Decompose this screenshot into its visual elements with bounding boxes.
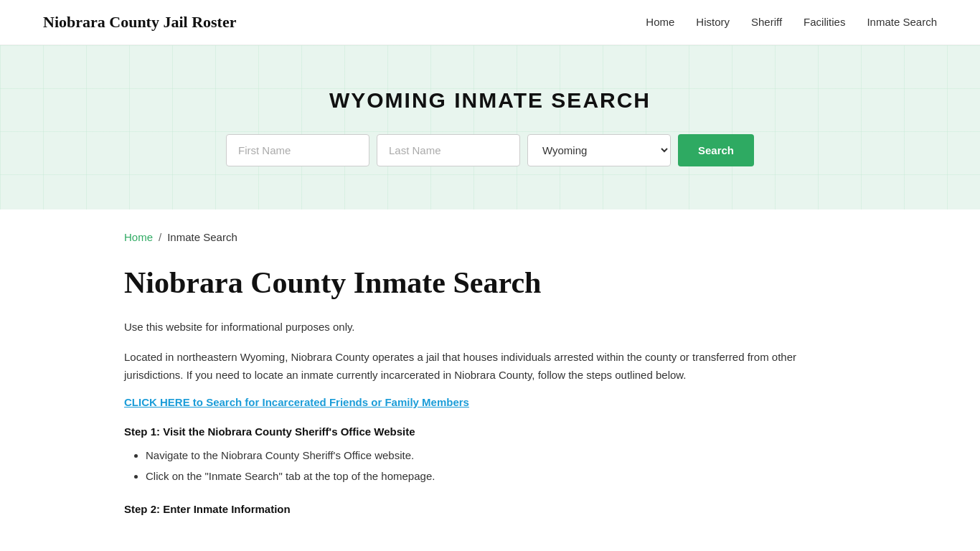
breadcrumb-current: Inmate Search (167, 231, 237, 243)
main-nav: Home History Sheriff Facilities Inmate S… (646, 16, 937, 29)
main-content: Home / Inmate Search Niobrara County Inm… (81, 209, 899, 551)
nav-item-sheriff[interactable]: Sheriff (751, 16, 782, 29)
step1-item-1: Navigate to the Niobrara County Sheriff'… (146, 446, 856, 465)
cta-link[interactable]: CLICK HERE to Search for Incarcerated Fr… (124, 396, 856, 408)
breadcrumb-home-link[interactable]: Home (124, 231, 153, 243)
site-header: Niobrara County Jail Roster Home History… (0, 0, 980, 45)
first-name-input[interactable] (226, 134, 369, 166)
nav-list: Home History Sheriff Facilities Inmate S… (646, 16, 937, 29)
nav-item-inmate-search[interactable]: Inmate Search (867, 16, 937, 29)
nav-link-home[interactable]: Home (646, 16, 674, 28)
state-select[interactable]: WyomingAlabamaAlaskaArizonaArkansasCalif… (527, 134, 671, 166)
step1-heading: Step 1: Visit the Niobrara County Sherif… (124, 425, 856, 438)
breadcrumb-separator: / (159, 231, 161, 243)
nav-item-home[interactable]: Home (646, 16, 674, 29)
page-title: Niobrara County Inmate Search (124, 265, 856, 301)
step1-item-2: Click on the "Inmate Search" tab at the … (146, 467, 856, 486)
nav-link-history[interactable]: History (696, 16, 730, 28)
hero-title: WYOMING INMATE SEARCH (14, 88, 966, 113)
nav-item-history[interactable]: History (696, 16, 730, 29)
search-form: WyomingAlabamaAlaskaArizonaArkansasCalif… (14, 134, 966, 166)
nav-link-sheriff[interactable]: Sheriff (751, 16, 782, 28)
nav-link-facilities[interactable]: Facilities (804, 16, 845, 28)
step2-heading: Step 2: Enter Inmate Information (124, 503, 856, 515)
step1-list: Navigate to the Niobrara County Sheriff'… (124, 446, 856, 486)
nav-link-inmate-search[interactable]: Inmate Search (867, 16, 937, 28)
breadcrumb: Home / Inmate Search (124, 231, 856, 243)
site-title[interactable]: Niobrara County Jail Roster (43, 13, 236, 32)
search-button[interactable]: Search (678, 134, 754, 166)
nav-item-facilities[interactable]: Facilities (804, 16, 845, 29)
hero-banner: WYOMING INMATE SEARCH WyomingAlabamaAlas… (0, 45, 980, 209)
last-name-input[interactable] (377, 134, 520, 166)
intro-paragraph-2: Located in northeastern Wyoming, Niobrar… (124, 348, 856, 385)
intro-paragraph-1: Use this website for informational purpo… (124, 318, 856, 336)
